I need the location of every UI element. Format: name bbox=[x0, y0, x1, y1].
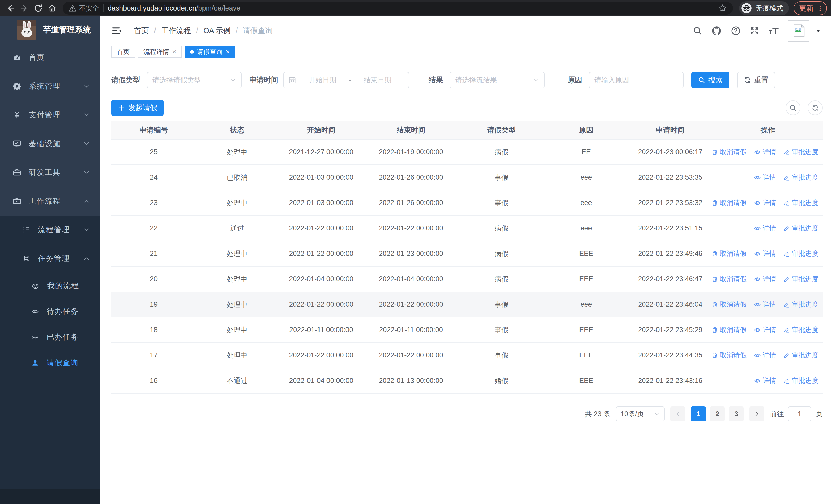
next-page-button[interactable] bbox=[749, 407, 764, 421]
prev-page-button[interactable] bbox=[670, 407, 685, 421]
cell: 24 bbox=[111, 174, 196, 181]
tab-process-detail[interactable]: 流程详情× bbox=[138, 46, 182, 58]
detail-link[interactable]: 详情 bbox=[754, 173, 776, 182]
cancel-leave-link[interactable]: 取消请假 bbox=[713, 198, 747, 207]
detail-link[interactable]: 详情 bbox=[754, 198, 776, 207]
action-label: 审批进度 bbox=[792, 198, 819, 207]
avatar[interactable] bbox=[788, 20, 809, 41]
detail-link[interactable]: 详情 bbox=[754, 148, 776, 156]
sidebar-item-infrastructure[interactable]: 基础设施 bbox=[0, 129, 100, 158]
detail-link[interactable]: 详情 bbox=[754, 300, 776, 309]
filter-form: 请假类型 请选择请假类型 申请时间 开始日期 - 结束日期 结果 请选择流结果 bbox=[111, 72, 823, 88]
address-bar[interactable]: 不安全 dashboard.yudao.iocoder.cn/bpm/oa/le… bbox=[63, 2, 733, 14]
cancel-leave-link[interactable]: 取消请假 bbox=[713, 300, 747, 309]
page-button-3[interactable]: 3 bbox=[729, 407, 744, 421]
approval-progress-link[interactable]: 审批进度 bbox=[783, 274, 819, 284]
cancel-leave-link[interactable]: 取消请假 bbox=[713, 325, 747, 334]
reset-button[interactable]: 重置 bbox=[737, 72, 775, 88]
table-search-button[interactable] bbox=[785, 100, 800, 115]
help-button[interactable] bbox=[731, 26, 741, 36]
cell: 2022-01-22 23:46:47 bbox=[627, 275, 713, 283]
approval-progress-link[interactable]: 审批进度 bbox=[783, 198, 819, 207]
detail-link[interactable]: 详情 bbox=[754, 351, 776, 360]
cancel-leave-link[interactable]: 取消请假 bbox=[713, 274, 747, 284]
cell: 病假 bbox=[458, 249, 545, 259]
result-select[interactable]: 请选择流结果 bbox=[450, 72, 545, 88]
sidebar-logo-row[interactable]: 芋道管理系统 bbox=[0, 17, 100, 43]
search-button[interactable] bbox=[693, 26, 702, 35]
sidebar-item-workflow[interactable]: 工作流程 bbox=[0, 187, 100, 215]
view-icon bbox=[754, 301, 761, 308]
breadcrumb-item[interactable]: 首页 bbox=[134, 26, 149, 36]
cell: 2022-01-22 00:00:00 bbox=[278, 300, 364, 308]
approval-progress-link[interactable]: 审批进度 bbox=[783, 224, 819, 233]
approval-progress-link[interactable]: 审批进度 bbox=[783, 376, 819, 385]
toolbox-icon bbox=[13, 168, 21, 177]
sidebar-item-label: 支付管理 bbox=[29, 110, 61, 120]
collapse-sidebar-button[interactable] bbox=[111, 26, 122, 36]
sidebar-item-system-management[interactable]: 系统管理 bbox=[0, 72, 100, 100]
fullscreen-button[interactable] bbox=[750, 26, 759, 35]
goto-page-input[interactable] bbox=[788, 407, 811, 421]
leave-type-select[interactable]: 请选择请假类型 bbox=[147, 72, 242, 88]
detail-link[interactable]: 详情 bbox=[754, 325, 776, 334]
detail-link[interactable]: 详情 bbox=[754, 224, 776, 233]
approval-progress-link[interactable]: 审批进度 bbox=[783, 173, 819, 182]
table-row: 16不通过2022-01-04 00:00:002022-01-13 00:00… bbox=[111, 368, 823, 394]
sidebar-item-task-management[interactable]: 任务管理 bbox=[0, 244, 100, 273]
sidebar-item-payment-management[interactable]: 支付管理 bbox=[0, 100, 100, 129]
sidebar-item-todo-tasks[interactable]: 待办任务 bbox=[0, 299, 100, 324]
cell: 2022-01-22 23:45:29 bbox=[627, 326, 713, 334]
detail-link[interactable]: 详情 bbox=[754, 376, 776, 385]
sidebar-item-leave-query[interactable]: 请假查询 bbox=[0, 350, 100, 376]
tab-close-icon[interactable]: × bbox=[226, 48, 230, 55]
approval-progress-link[interactable]: 审批进度 bbox=[783, 325, 819, 334]
tab-leave-query[interactable]: 请假查询× bbox=[185, 46, 235, 58]
detail-link[interactable]: 详情 bbox=[754, 249, 776, 258]
approval-progress-link[interactable]: 审批进度 bbox=[783, 148, 819, 156]
page-size-select[interactable]: 10条/页 bbox=[616, 407, 665, 421]
browser-forward-button[interactable] bbox=[18, 2, 31, 14]
font-size-button[interactable] bbox=[768, 26, 779, 36]
sidebar-item-process-management[interactable]: 流程管理 bbox=[0, 215, 100, 244]
cell: 2022-01-22 00:00:00 bbox=[364, 224, 458, 232]
browser-home-button[interactable] bbox=[46, 2, 58, 14]
breadcrumb-item[interactable]: 工作流程 bbox=[161, 26, 191, 36]
cancel-leave-link[interactable]: 取消请假 bbox=[713, 249, 747, 258]
sidebar-item-home[interactable]: 首页 bbox=[0, 43, 100, 72]
sidebar-item-done-tasks[interactable]: 已办任务 bbox=[0, 324, 100, 350]
cell: 18 bbox=[111, 326, 196, 334]
page-button-1[interactable]: 1 bbox=[691, 407, 706, 421]
sidebar-item-my-processes[interactable]: 我的流程 bbox=[0, 273, 100, 299]
tab-close-icon[interactable]: × bbox=[172, 48, 176, 55]
column-header: 结束时间 bbox=[364, 125, 458, 135]
detail-link[interactable]: 详情 bbox=[754, 274, 776, 284]
reason-input[interactable] bbox=[594, 76, 678, 84]
tab-home[interactable]: 首页 bbox=[111, 46, 135, 58]
page-button-2[interactable]: 2 bbox=[710, 407, 725, 421]
security-chip[interactable]: 不安全 bbox=[69, 4, 99, 13]
goto-page: 前往 页 bbox=[770, 407, 823, 421]
table-refresh-button[interactable] bbox=[808, 100, 823, 115]
actions-cell: 取消请假详情审批进度 bbox=[713, 249, 823, 258]
sidebar-item-dev-tools[interactable]: 研发工具 bbox=[0, 158, 100, 187]
create-leave-button[interactable]: 发起请假 bbox=[111, 99, 164, 116]
cell: 2022-01-22 23:43:16 bbox=[627, 377, 713, 385]
apply-time-range-input[interactable]: 开始日期 - 结束日期 bbox=[283, 72, 409, 88]
browser-update-button[interactable]: 更新 bbox=[794, 1, 827, 15]
github-button[interactable] bbox=[711, 26, 722, 36]
browser-reload-button[interactable] bbox=[32, 2, 45, 14]
actions-cell: 取消请假详情审批进度 bbox=[713, 198, 823, 207]
avatar-caret-icon[interactable] bbox=[815, 28, 821, 34]
column-header: 原因 bbox=[545, 125, 627, 135]
cancel-leave-link[interactable]: 取消请假 bbox=[713, 351, 747, 360]
breadcrumb-item[interactable]: OA 示例 bbox=[203, 26, 230, 36]
approval-progress-link[interactable]: 审批进度 bbox=[783, 351, 819, 360]
browser-back-button[interactable] bbox=[4, 2, 17, 14]
chevron-down-icon bbox=[653, 411, 660, 417]
cancel-leave-link[interactable]: 取消请假 bbox=[713, 148, 747, 156]
approval-progress-link[interactable]: 审批进度 bbox=[783, 300, 819, 309]
approval-progress-link[interactable]: 审批进度 bbox=[783, 249, 819, 258]
search-button[interactable]: 搜索 bbox=[691, 72, 729, 88]
bookmark-star-button[interactable] bbox=[719, 4, 727, 13]
